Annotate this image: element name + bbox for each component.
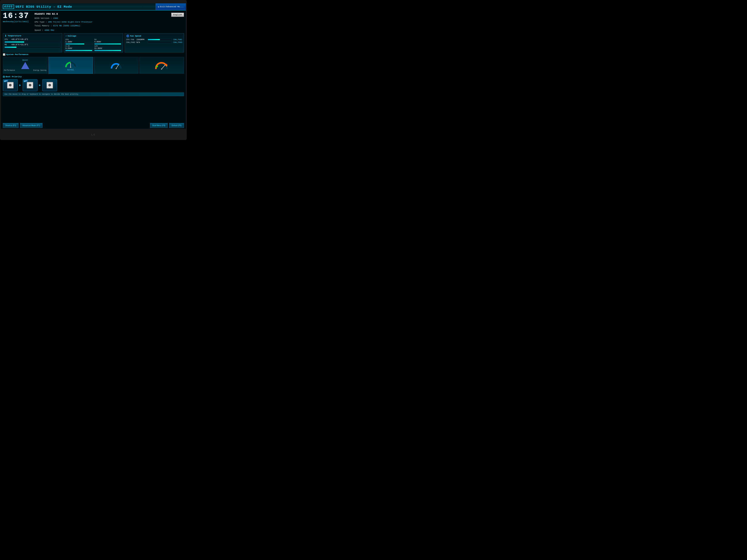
svg-point-5	[115, 68, 117, 69]
performance-title: 📊 System Performance	[3, 53, 184, 56]
extreme-option[interactable]	[139, 57, 184, 74]
5v-value: 4.950V	[94, 41, 121, 43]
energy-saving-label: Energy Saving	[33, 70, 46, 71]
language-section: English	[171, 12, 184, 17]
exit-icon: ⊡	[158, 6, 159, 8]
disk-hole-3	[49, 85, 50, 85]
app-title: UEFI BIOS Utility - EZ Mode	[16, 5, 72, 8]
12v-value: 11.994V	[94, 47, 121, 50]
cpu-label: CPU Type :	[34, 21, 47, 23]
cha-fan2-label: CHA_FAN2	[126, 42, 136, 44]
cpu-fan-row: CPU FAN 2393RPM CHA_FAN1	[126, 38, 182, 41]
fast-gauge	[94, 57, 138, 74]
clock-date: Wednesday[12/21/2022]	[3, 21, 33, 23]
mb-temp-bar	[4, 47, 60, 48]
boot-device-1[interactable]: UEFI	[3, 79, 18, 91]
boot-device-2[interactable]: UEFI	[23, 79, 37, 91]
svg-point-1	[70, 66, 71, 68]
exit-label: Exit/Advanced Mo...	[160, 6, 184, 8]
boot-section: ⏻ Boot Priority UEFI ▶ UEFI	[1, 75, 186, 122]
cha-fan3-label: CHA_FAN3	[173, 42, 182, 44]
clock-time: 16:37	[3, 12, 33, 20]
cpu-temp-value: +95.0°F/+35.0°C	[11, 38, 30, 41]
default-button[interactable]: Default (F5)	[169, 123, 184, 128]
cha-fan2-value: N/A	[136, 42, 147, 44]
boot-menu-button[interactable]: Boot Menu (F8)	[150, 123, 168, 128]
quiet-section: Quiet Performance Energy Saving	[3, 57, 47, 74]
extreme-gauge-svg	[154, 61, 169, 70]
normal-option[interactable]: Normal	[48, 57, 93, 74]
12v-bar	[94, 50, 121, 51]
svg-point-7	[161, 69, 162, 70]
voltage-grid: CPU 1.368V 5V 4.950V 3.3V 3.264V	[66, 38, 121, 51]
mb-temp-bar-fill	[5, 47, 17, 48]
3v3-volt-item: 3.3V 3.264V	[66, 45, 93, 51]
cpu-volt-value: 1.368V	[66, 41, 93, 43]
disk-icon-1	[7, 82, 14, 88]
bios-version-line: BIOS Version : 1503	[34, 17, 170, 20]
fast-gauge-svg	[110, 61, 123, 70]
exit-advanced-button[interactable]: ⊡ Exit/Advanced Mo...	[156, 3, 186, 10]
chart-icon: 📊	[3, 53, 5, 56]
language-button[interactable]: English	[171, 13, 184, 17]
quiet-option[interactable]: Quiet Performance Energy Saving	[3, 57, 48, 74]
cha-fan2-row: CHA_FAN2 N/A CHA_FAN3	[126, 42, 182, 44]
boot-arrow-2: ▶	[39, 83, 41, 87]
bios-version: 1503	[53, 17, 58, 20]
performance-label: Performance	[4, 70, 15, 71]
lightning-icon: ⚡	[66, 34, 67, 37]
cpu-temp-bar	[4, 41, 60, 43]
clock-section: 16:37 Wednesday[12/21/2022]	[3, 12, 33, 32]
advanced-mode-button[interactable]: Advanced Mode (F7)	[20, 123, 42, 128]
cpu-name: AMD FX(tm)-8350 Eight-Core Processor	[48, 21, 93, 23]
thermometer-icon: 🌡	[4, 34, 7, 37]
cpu-temp-bar-fill	[5, 42, 24, 43]
12v-label: 12V	[94, 45, 121, 47]
cpu-volt-item: CPU 1.368V	[66, 38, 93, 45]
mb-temp-value: +69.8°F/+21.0°C	[11, 44, 30, 46]
asus-logo: ASUS	[3, 4, 14, 9]
disk-icon-2	[27, 82, 33, 88]
5v-bar	[94, 43, 121, 45]
disk-center-3	[48, 84, 51, 86]
cpu-volt-label: CPU	[66, 38, 93, 41]
disk-center-2	[29, 84, 31, 86]
5v-volt-item: 5V 4.950V	[94, 38, 121, 45]
quiet-triangle	[21, 62, 29, 69]
speed-info: Speed : 4000 MHz	[34, 29, 170, 32]
normal-gauge-svg	[64, 60, 77, 68]
3v3-bar	[66, 50, 93, 51]
boot-device-3[interactable]	[42, 79, 57, 91]
cha-fan2-bar	[148, 42, 172, 43]
temperature-panel: 🌡 Temperature CPU +95.0°F/+35.0°C MB +69…	[3, 33, 62, 52]
3v3-value: 3.264V	[66, 47, 93, 50]
shortcut-button[interactable]: Shortcut (F3)	[3, 123, 19, 128]
disk-center-1	[9, 84, 11, 86]
performance-options: Quiet Performance Energy Saving	[3, 57, 184, 74]
monitor-bezel: ASUS UEFI BIOS Utility - EZ Mode ⊡ Exit/…	[0, 0, 187, 140]
title-bar: ASUS UEFI BIOS Utility - EZ Mode ⊡ Exit/…	[1, 3, 186, 10]
cpu-fan-bar	[148, 39, 172, 40]
cpu-volt-bar	[66, 43, 93, 45]
svg-point-10	[166, 64, 167, 66]
toolbar-right: Boot Menu (F8) Default (F5)	[150, 123, 184, 128]
temperature-title: 🌡 Temperature	[4, 34, 60, 37]
3v3-label: 3.3V	[66, 45, 93, 47]
svg-line-4	[116, 65, 119, 69]
performance-section: 📊 System Performance Quiet Performance E…	[1, 52, 186, 75]
screen: ASUS UEFI BIOS Utility - EZ Mode ⊡ Exit/…	[1, 3, 186, 129]
cpu-type-line: CPU Type : AMD FX(tm)-8350 Eight-Core Pr…	[34, 20, 170, 24]
mem-value: 8176 MB (DDR3 1333MHz)	[53, 25, 80, 27]
boot-hint: Use the mouse to drag or keyboard to nav…	[3, 92, 184, 96]
svg-line-6	[161, 65, 165, 69]
cpu-fan-value: 2393RPM	[136, 38, 147, 41]
mb-temp-row: MB +69.8°F/+21.0°C	[4, 44, 60, 46]
fan-title: 🌀 Fan Speed	[126, 34, 182, 37]
toolbar: Shortcut (F3) Advanced Mode (F7) Boot Me…	[1, 122, 186, 129]
voltage-panel: ⚡ Voltage CPU 1.368V 5V 4.950V	[64, 33, 123, 52]
fast-option[interactable]	[94, 57, 138, 74]
extreme-gauge	[139, 57, 184, 74]
cpu-temp-label: CPU	[4, 38, 10, 41]
bios-label: BIOS Version :	[34, 17, 52, 20]
boot-devices: UEFI ▶ UEFI	[3, 79, 184, 91]
